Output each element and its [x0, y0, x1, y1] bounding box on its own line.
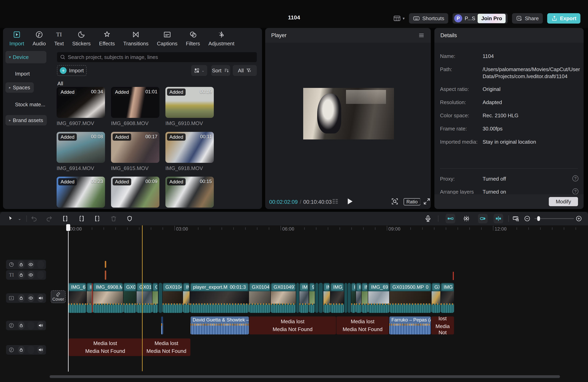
blank-toggle[interactable] — [37, 271, 44, 279]
video-clip-fragment[interactable] — [319, 283, 323, 313]
sound-toggle[interactable] — [37, 294, 44, 302]
modify-button[interactable]: Modify — [549, 197, 578, 206]
video-clip[interactable]: GX010500.MP40 — [390, 283, 431, 313]
blank-toggle[interactable] — [27, 346, 34, 354]
sidebar-item-brand-assets[interactable]: ▸Brand assets — [5, 115, 47, 125]
video-clip[interactable]: GX010497. — [271, 283, 296, 313]
video-clip[interactable]: IMG_692 — [368, 283, 389, 313]
tab-stickers[interactable]: Stickers — [69, 30, 93, 47]
ratio-button[interactable]: Ratio — [404, 198, 420, 205]
help-icon[interactable]: ? — [572, 175, 578, 181]
view-mode-button[interactable]: ⌄ — [191, 65, 207, 76]
video-clip[interactable]: GX — [432, 283, 441, 313]
video-clip[interactable]: GX010 — [137, 283, 152, 313]
media-card[interactable]: Added00:23 — [57, 177, 105, 208]
split-button[interactable] — [60, 214, 70, 223]
auto-snap-toggle[interactable] — [446, 214, 455, 223]
layout-toggle-button[interactable]: ▾ — [393, 14, 405, 22]
video-clip[interactable]: GX010496 — [249, 283, 270, 313]
video-clip[interactable]: IMG_6908.MO — [93, 283, 123, 313]
media-lost-clip[interactable]: Media lostMedia Not Found — [336, 316, 389, 334]
timeline-horizontal-scrollbar[interactable] — [50, 375, 560, 378]
zoom-in-button[interactable] — [574, 214, 584, 223]
timeline-zoom-slider[interactable] — [534, 218, 574, 219]
undo-button[interactable] — [29, 214, 39, 223]
tab-captions[interactable]: Captions — [154, 30, 180, 47]
split-keep-right-button[interactable] — [92, 214, 102, 223]
tab-import[interactable]: Import — [7, 30, 27, 47]
audio-clip[interactable]: Farruko – Pepas (A — [389, 316, 431, 334]
sidebar-item-spaces[interactable]: ▸Spaces — [5, 82, 34, 93]
video-clip[interactable]: IM — [351, 283, 356, 313]
media-lost-clip[interactable]: Media lostMedia Not Found — [142, 339, 190, 356]
split-mode-toggle[interactable] — [494, 214, 503, 223]
frame-view-button[interactable] — [331, 197, 339, 205]
video-clip[interactable]: 9 — [309, 283, 315, 313]
select-tool-button[interactable] — [6, 214, 16, 223]
video-clip[interactable]: GX01 — [123, 283, 136, 313]
redo-button[interactable] — [44, 214, 54, 223]
eye-toggle[interactable] — [27, 271, 34, 279]
join-pro-button[interactable]: Join Pro — [478, 14, 505, 23]
media-lost-clip[interactable]: Media lostMedia Not Found — [249, 316, 336, 334]
filter-all-button[interactable]: All — [233, 65, 257, 76]
sort-button[interactable]: Sort — [211, 65, 230, 76]
video-clip[interactable]: G — [152, 283, 158, 313]
play-button[interactable] — [345, 197, 354, 206]
video-clip[interactable]: IM — [183, 283, 189, 313]
eye-toggle[interactable] — [27, 294, 34, 302]
video-clip-fragment[interactable] — [315, 283, 318, 313]
search-input[interactable] — [68, 54, 254, 60]
tab-text[interactable]: TIText — [51, 30, 67, 47]
video-clip[interactable]: GX01049 — [163, 283, 183, 313]
split-keep-left-button[interactable] — [77, 214, 86, 223]
video-clip[interactable]: IMG_ — [330, 283, 344, 313]
video-clip[interactable]: IM — [87, 283, 92, 313]
media-card[interactable]: Added00:08IMG_6914.MOV — [57, 132, 105, 172]
video-clip[interactable]: player_export.MP400:01:3 — [190, 283, 249, 313]
lock-toggle[interactable] — [18, 322, 25, 329]
video-preview[interactable] — [303, 88, 394, 139]
mask-button[interactable] — [125, 214, 134, 223]
preview-axis-toggle[interactable] — [462, 214, 471, 223]
audio-clip[interactable]: David Guetta & Showtek – — [190, 316, 249, 334]
zoom-slider-handle[interactable] — [537, 216, 540, 221]
lock-toggle[interactable] — [18, 271, 25, 279]
menu-icon[interactable] — [418, 32, 425, 39]
blank-toggle[interactable] — [37, 261, 44, 268]
video-clip-fragment[interactable] — [348, 283, 351, 313]
record-voiceover-button[interactable] — [423, 214, 433, 223]
delete-button[interactable] — [109, 214, 118, 223]
video-clip-fragment[interactable] — [344, 283, 347, 313]
adapt-timeline-button[interactable] — [511, 214, 521, 223]
shortcuts-button[interactable]: Shortcuts — [409, 13, 448, 24]
playhead-handle[interactable] — [66, 224, 70, 231]
media-lost-clip[interactable]: Media lostMedia Not Found — [431, 316, 454, 334]
tab-audio[interactable]: Audio — [30, 30, 49, 47]
cover-button[interactable]: Cover — [51, 290, 66, 303]
eye-toggle[interactable] — [27, 261, 34, 268]
search-box[interactable] — [57, 52, 257, 62]
chevron-down-icon[interactable]: ⌄ — [15, 214, 24, 223]
video-clip[interactable]: IMG — [299, 283, 309, 313]
sound-toggle[interactable] — [37, 346, 44, 354]
sidebar-item-stock-mate-[interactable]: Stock mate... — [15, 99, 45, 110]
media-card[interactable]: Added00:19IMG_6910.MOV — [165, 87, 214, 126]
sound-toggle[interactable] — [37, 322, 44, 329]
media-card[interactable]: Added00:15 — [165, 177, 214, 208]
blank-toggle[interactable] — [27, 322, 34, 329]
video-clip[interactable]: IM — [323, 283, 330, 313]
zoom-out-button[interactable] — [522, 214, 532, 223]
sidebar-item-import[interactable]: Import — [15, 69, 30, 79]
share-button[interactable]: Share — [512, 13, 543, 24]
video-clip[interactable]: IMG_69 — [68, 283, 86, 313]
media-card[interactable]: Added01:01IMG_6908.MOV — [111, 87, 159, 126]
audio-clip[interactable] — [161, 316, 163, 334]
tab-transitions[interactable]: Transitions — [120, 30, 151, 47]
tab-adjustment[interactable]: Adjustment — [206, 30, 237, 47]
lock-toggle[interactable] — [18, 346, 25, 354]
fullscreen-icon[interactable] — [423, 197, 431, 205]
media-card[interactable]: Added00:34IMG_6907.MOV — [57, 87, 105, 126]
help-icon[interactable]: ? — [572, 188, 578, 194]
lock-toggle[interactable] — [18, 261, 25, 268]
